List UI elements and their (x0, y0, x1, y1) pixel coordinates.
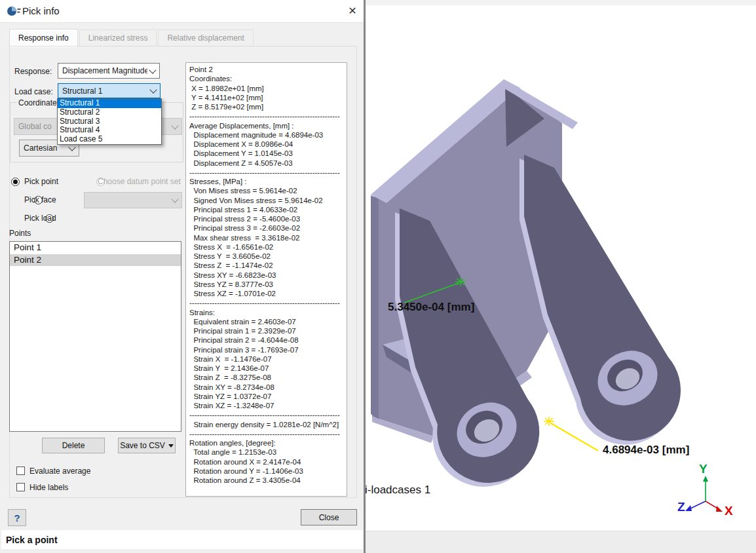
response-label: Response: (14, 67, 52, 76)
coordinate-type-value: Cartesian (24, 143, 67, 153)
close-button[interactable]: Close (301, 509, 357, 525)
tab-strip: Response info Linearized stress Relative… (9, 31, 356, 47)
chevron-down-icon (171, 122, 178, 129)
viewport-bottom-strip (366, 531, 756, 553)
dropdown-option-structural-3[interactable]: Structural 3 (58, 117, 161, 126)
pick-face-label: Pick face (24, 195, 56, 204)
list-item-point-1[interactable]: Point 1 (10, 242, 181, 254)
hide-labels-checkbox[interactable] (16, 483, 25, 491)
dialog-titlebar: Pick info ✕ (0, 0, 364, 23)
green-star-marker (455, 277, 466, 286)
dropdown-option-structural-1[interactable]: Structural 1 (58, 99, 161, 108)
load-case-dropdown-list: Structural 1 Structural 2 Structural 3 S… (57, 98, 162, 145)
chevron-down-icon (171, 195, 178, 202)
yellow-annotation-label: 4.6894e-03 [mm] (603, 444, 689, 456)
points-listbox[interactable]: Point 1 Point 2 (9, 241, 181, 432)
3d-viewport[interactable]: 5.3450e-04 [mm] 4.6894e-03 [mm] i-loadca… (366, 0, 756, 553)
dropdown-option-load-case-5[interactable]: Load case 5 (58, 135, 161, 144)
hide-labels-label: Hide labels (29, 483, 68, 492)
green-annotation-label: 5.3450e-04 [mm] (388, 301, 474, 313)
pick-face-combobox (84, 192, 182, 208)
axis-z-label: Z (677, 500, 685, 514)
load-case-label: Load case: (14, 87, 53, 96)
list-item-point-2[interactable]: Point 2 (10, 254, 181, 267)
save-to-csv-button[interactable]: Save to CSV (118, 438, 176, 453)
pick-point-radio[interactable] (11, 178, 20, 186)
axis-y-label: Y (699, 462, 708, 476)
chevron-down-icon (149, 86, 157, 93)
loadcase-caption: i-loadcases 1 (366, 484, 430, 496)
radio-dot (13, 180, 18, 184)
help-button[interactable]: ? (8, 509, 26, 526)
axis-triad: Y Z X (677, 462, 733, 518)
dropdown-option-structural-4[interactable]: Structural 4 (58, 126, 161, 135)
right-gusset-face (524, 155, 681, 441)
evaluate-average-label: Evaluate average (29, 467, 90, 476)
coordinate-group-legend: Coordinate (16, 98, 59, 107)
response-report-text: Point 2 Coordinates: X = 1.8982e+01 [mm]… (189, 65, 340, 485)
pick-point-label: Pick point (24, 177, 58, 186)
pick-info-dialog: Pick info ✕ Response info Linearized str… (0, 0, 366, 553)
status-bar: Pick a point (1, 530, 363, 549)
response-value: Displacement Magnitude (62, 66, 147, 75)
pick-load-label: Pick load (24, 214, 56, 223)
evaluate-average-checkbox[interactable] (16, 467, 25, 475)
dropdown-arrow-icon (168, 444, 174, 448)
response-combobox[interactable]: Displacement Magnitude (58, 63, 160, 79)
delete-button[interactable]: Delete (42, 438, 105, 453)
status-text: Pick a point (6, 535, 58, 545)
yellow-star-marker (544, 417, 554, 426)
tab-response-info[interactable]: Response info (9, 29, 78, 47)
bracket-left-edge-face (371, 195, 379, 419)
load-case-value: Structural 1 (62, 86, 148, 96)
pick-info-icon (7, 6, 21, 16)
dialog-title: Pick info (22, 5, 60, 16)
tab-linearized-stress[interactable]: Linearized stress (79, 29, 157, 47)
points-label: Points (9, 229, 31, 238)
chevron-down-icon (149, 66, 156, 73)
tab-relative-displacement[interactable]: Relative displacement (158, 29, 253, 47)
dropdown-option-structural-2[interactable]: Structural 2 (58, 108, 161, 117)
axis-x-label: X (725, 504, 733, 518)
close-icon[interactable]: ✕ (345, 3, 360, 19)
choose-datum-label: Choose datum point set (98, 177, 181, 186)
response-report-panel: Point 2 Coordinates: X = 1.8982e+01 [mm]… (185, 62, 347, 497)
load-case-combobox[interactable]: Structural 1 (58, 83, 161, 98)
bracket-3d-scene: 5.3450e-04 [mm] 4.6894e-03 [mm] i-loadca… (366, 0, 756, 531)
